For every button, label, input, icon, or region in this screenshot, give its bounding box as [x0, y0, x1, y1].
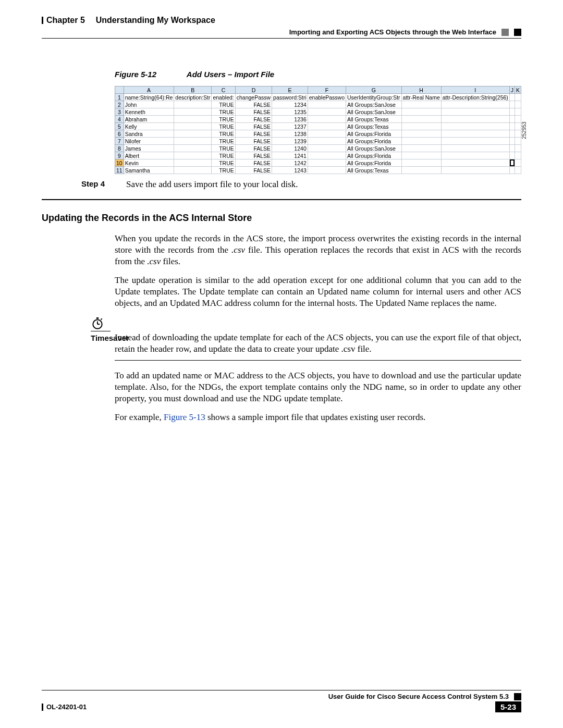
cell: TRUE — [212, 130, 235, 138]
cell: 1235 — [272, 108, 308, 116]
row-number: 7 — [115, 138, 124, 145]
cell — [308, 108, 346, 116]
col-D: D — [235, 87, 272, 94]
cell — [401, 108, 441, 116]
cell — [174, 138, 212, 145]
cell — [509, 138, 515, 145]
cell: 1236 — [272, 116, 308, 123]
cell: TRUE — [212, 159, 235, 167]
cell — [174, 167, 212, 174]
header-cell: enabled: — [212, 94, 235, 101]
timesaver-divider — [91, 331, 111, 331]
cell — [441, 167, 509, 174]
cell — [515, 138, 521, 145]
footer-doc-row: OL-24201-01 — [42, 703, 87, 711]
cell: TRUE — [212, 167, 235, 174]
cell — [441, 123, 509, 130]
svg-line-4 — [101, 318, 102, 319]
header-cell: enablePasswo — [308, 94, 346, 101]
cell — [401, 123, 441, 130]
timesaver-label: Timesaver — [91, 334, 115, 342]
cell — [515, 152, 521, 159]
cell — [401, 159, 441, 167]
cell: Albert — [124, 152, 174, 159]
cell — [515, 167, 521, 174]
cell: Abraham — [124, 116, 174, 123]
cell — [308, 167, 346, 174]
col-F: F — [308, 87, 346, 94]
cell: Kevin — [124, 159, 174, 167]
header-cell — [509, 94, 515, 101]
footer-square-icon — [514, 693, 521, 700]
header-cell: UserIdentityGroup:Str — [346, 94, 402, 101]
figure-title: Add Users – Import File — [187, 70, 274, 79]
row-number: 4 — [115, 116, 124, 123]
cell — [441, 116, 509, 123]
cell: All Groups:SanJose — [346, 108, 402, 116]
table-row: 8JamesTRUEFALSE1240All Groups:SanJose — [115, 145, 521, 152]
col-H: H — [401, 87, 441, 94]
cell — [401, 145, 441, 152]
header-square-grey-icon — [501, 29, 509, 36]
cell — [401, 138, 441, 145]
cell: 1237 — [272, 123, 308, 130]
cell — [308, 145, 346, 152]
cell: TRUE — [212, 145, 235, 152]
cell — [308, 152, 346, 159]
cell — [515, 123, 521, 130]
cell — [308, 101, 346, 108]
row-number: 11 — [115, 167, 124, 174]
row-number: 6 — [115, 130, 124, 138]
body-block-2: To add an updated name or MAC address to… — [115, 370, 521, 423]
cell — [401, 116, 441, 123]
col-J: J — [509, 87, 515, 94]
cell — [174, 116, 212, 123]
cell — [308, 138, 346, 145]
cell: FALSE — [235, 130, 272, 138]
cell — [401, 130, 441, 138]
timesaver-block: Timesaver Instead of downloading the upd… — [42, 316, 521, 361]
header-square-black-icon — [514, 29, 521, 36]
cell: 1242 — [272, 159, 308, 167]
figure-label: Figure 5-12 — [115, 70, 156, 79]
paragraph-3: To add an updated name or MAC address to… — [115, 370, 521, 404]
paragraph-2: The update operation is similar to the a… — [115, 275, 521, 309]
cell: FALSE — [235, 123, 272, 130]
cell — [174, 108, 212, 116]
table-row: 11SamanthaTRUEFALSE1243All Groups:Texas — [115, 167, 521, 174]
table-row: 10KevinTRUEFALSE1242All Groups:Florida — [115, 159, 521, 167]
table-row: 4AbrahamTRUEFALSE1236All Groups:Texas — [115, 116, 521, 123]
table-row: 6SandraTRUEFALSE1238All Groups:Florida — [115, 130, 521, 138]
svg-rect-3 — [96, 317, 99, 319]
row-number: 8 — [115, 145, 124, 152]
row-number: 9 — [115, 152, 124, 159]
cell: Nilofer — [124, 138, 174, 145]
section-rule — [42, 199, 521, 200]
cell: All Groups:SanJose — [346, 145, 402, 152]
cell — [441, 145, 509, 152]
cell: TRUE — [212, 116, 235, 123]
row-number: 10 — [115, 159, 124, 167]
cell: FALSE — [235, 167, 272, 174]
cell: FALSE — [235, 145, 272, 152]
cell: TRUE — [212, 152, 235, 159]
header-cell — [515, 94, 521, 101]
cell — [401, 101, 441, 108]
spreadsheet-figure: A B C D E F G H I J K 1name:String(64):R… — [115, 86, 521, 174]
row-number: 1 — [115, 94, 124, 101]
col-B: B — [174, 87, 212, 94]
step-text: Save the add users import file to your l… — [126, 179, 298, 190]
cell — [174, 130, 212, 138]
cell: James — [124, 145, 174, 152]
cell: Kelly — [124, 123, 174, 130]
header-cell: password:Stri — [272, 94, 308, 101]
cell — [509, 108, 515, 116]
row-number: 3 — [115, 108, 124, 116]
header-rule — [42, 38, 521, 39]
footer-bar-icon — [42, 704, 43, 711]
cell — [509, 123, 515, 130]
figure-link[interactable]: Figure 5-13 — [164, 412, 205, 422]
cell — [441, 108, 509, 116]
cell — [308, 130, 346, 138]
cell: FALSE — [235, 138, 272, 145]
